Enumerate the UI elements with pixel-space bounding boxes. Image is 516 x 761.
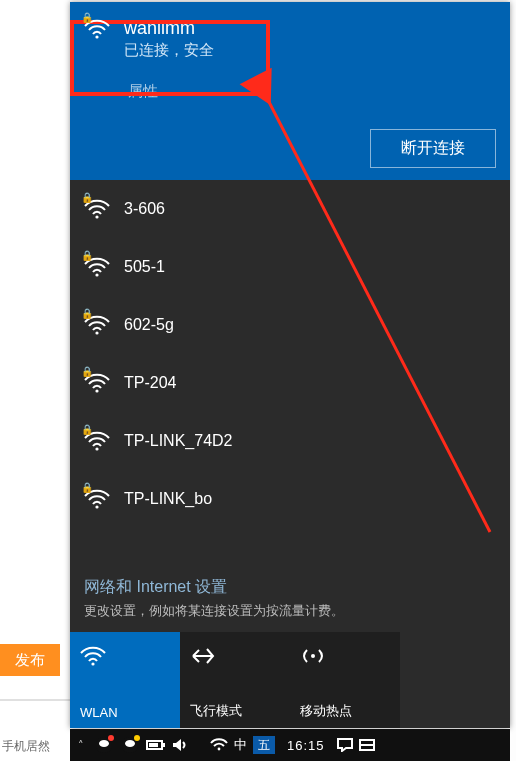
quick-action-tiles: WLAN 飞行模式 移动热点 xyxy=(70,632,510,728)
tile-airplane[interactable]: 飞行模式 xyxy=(180,632,290,728)
svg-point-2 xyxy=(95,273,98,276)
wifi-secured-icon: 🔒 xyxy=(84,430,110,452)
settings-subtitle: 更改设置，例如将某连接设置为按流量计费。 xyxy=(84,602,496,620)
tile-hotspot-label: 移动热点 xyxy=(300,702,390,720)
tray-unknown-icon[interactable] xyxy=(359,729,375,761)
network-item[interactable]: 🔒3-606 xyxy=(70,180,510,238)
wifi-secured-icon: 🔒 xyxy=(84,314,110,336)
lock-icon: 🔒 xyxy=(81,308,93,319)
network-ssid: 505-1 xyxy=(124,258,165,276)
left-strip-divider xyxy=(0,699,70,701)
properties-link[interactable]: 属性 xyxy=(128,82,496,101)
tile-wlan-label: WLAN xyxy=(80,705,170,720)
svg-rect-12 xyxy=(149,743,158,747)
tile-wlan[interactable]: WLAN xyxy=(70,632,180,728)
connected-status: 已连接，安全 xyxy=(124,41,214,60)
svg-point-4 xyxy=(95,389,98,392)
lock-icon: 🔒 xyxy=(81,424,93,435)
lock-icon: 🔒 xyxy=(81,12,93,23)
tray-volume-icon[interactable] xyxy=(172,729,188,761)
network-item[interactable]: 🔒TP-204 xyxy=(70,354,510,412)
connected-network-block[interactable]: 🔒 wanlimm 已连接，安全 属性 断开连接 xyxy=(70,2,510,180)
available-networks-list: 🔒3-606🔒505-1🔒602-5g🔒TP-204🔒TP-LINK_74D2🔒… xyxy=(70,180,510,571)
tray-ime-lang[interactable]: 中 xyxy=(234,729,247,761)
network-item[interactable]: 🔒TP-LINK_bo xyxy=(70,470,510,528)
tray-overflow-chevron[interactable]: ˄ xyxy=(74,729,88,761)
hotspot-icon xyxy=(300,642,390,670)
svg-point-3 xyxy=(95,331,98,334)
page-teaser-text: 手机居然 xyxy=(2,738,50,755)
wifi-secured-icon: 🔒 xyxy=(84,256,110,278)
tile-airplane-label: 飞行模式 xyxy=(190,702,280,720)
wifi-secured-icon: 🔒 xyxy=(84,198,110,220)
svg-point-6 xyxy=(95,505,98,508)
lock-icon: 🔒 xyxy=(81,250,93,261)
disconnect-button[interactable]: 断开连接 xyxy=(370,129,496,168)
svg-point-13 xyxy=(218,748,221,751)
wifi-icon xyxy=(80,642,170,670)
network-ssid: 3-606 xyxy=(124,200,165,218)
tray-action-center-icon[interactable] xyxy=(337,729,353,761)
svg-rect-11 xyxy=(163,743,165,747)
network-item[interactable]: 🔒505-1 xyxy=(70,238,510,296)
svg-point-0 xyxy=(95,35,98,38)
tray-qq-icon-2[interactable] xyxy=(120,729,140,761)
lock-icon: 🔒 xyxy=(81,482,93,493)
tray-network-icon[interactable] xyxy=(210,729,228,761)
connected-ssid: wanlimm xyxy=(124,18,214,39)
lock-icon: 🔒 xyxy=(81,192,93,203)
lock-icon: 🔒 xyxy=(81,366,93,377)
tray-ime-mode[interactable]: 五 xyxy=(253,736,275,754)
network-ssid: 602-5g xyxy=(124,316,174,334)
wifi-secured-icon: 🔒 xyxy=(84,372,110,394)
network-ssid: TP-LINK_bo xyxy=(124,490,212,508)
tray-clock[interactable]: 16:15 xyxy=(281,729,331,761)
settings-title[interactable]: 网络和 Internet 设置 xyxy=(84,577,496,598)
network-item[interactable]: 🔒TP-LINK_74D2 xyxy=(70,412,510,470)
svg-point-8 xyxy=(311,654,315,658)
network-ssid: TP-204 xyxy=(124,374,176,392)
wifi-secured-icon: 🔒 xyxy=(84,18,110,40)
network-ssid: TP-LINK_74D2 xyxy=(124,432,233,450)
network-item[interactable]: 🔒602-5g xyxy=(70,296,510,354)
network-settings-block[interactable]: 网络和 Internet 设置 更改设置，例如将某连接设置为按流量计费。 xyxy=(70,571,510,632)
publish-button[interactable]: 发布 xyxy=(0,644,60,676)
tray-qq-icon-1[interactable] xyxy=(94,729,114,761)
taskbar: ˄ 中 五 16:15 xyxy=(70,729,510,761)
tile-hotspot[interactable]: 移动热点 xyxy=(290,632,400,728)
svg-point-5 xyxy=(95,447,98,450)
airplane-icon xyxy=(190,642,280,670)
network-flyout: 🔒 wanlimm 已连接，安全 属性 断开连接 🔒3-606🔒505-1🔒60… xyxy=(70,2,510,728)
tray-battery-icon[interactable] xyxy=(146,729,166,761)
svg-point-7 xyxy=(91,662,94,665)
svg-point-1 xyxy=(95,215,98,218)
wifi-secured-icon: 🔒 xyxy=(84,488,110,510)
